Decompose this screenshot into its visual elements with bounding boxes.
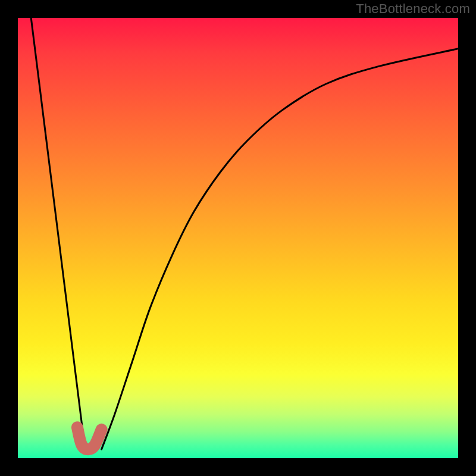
watermark-label: TheBottleneck.com — [356, 1, 470, 17]
series-right-ascent — [102, 49, 458, 449]
series-left-descent — [31, 18, 84, 440]
chart-root: TheBottleneck.com — [0, 0, 476, 476]
series-minimum-marker — [77, 427, 102, 449]
chart-svg — [18, 18, 458, 458]
plot-area — [18, 18, 458, 458]
